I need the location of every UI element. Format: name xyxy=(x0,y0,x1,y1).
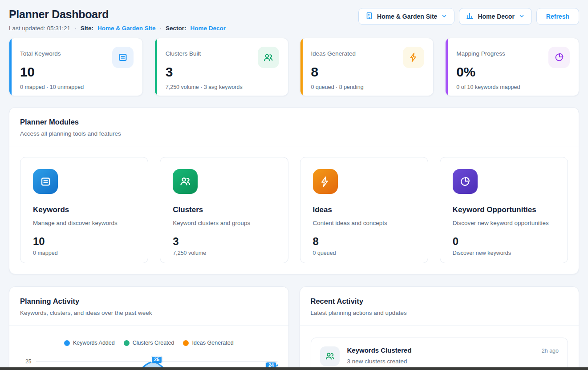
legend-item-ideas-generated[interactable]: Ideas Generated xyxy=(183,340,233,346)
stat-detail: 0 mapped · 10 unmapped xyxy=(20,84,134,90)
stat-card-clusters-built: Clusters Built 3 7,250 volume · 3 avg ke… xyxy=(154,38,288,96)
separator-dot: · xyxy=(74,25,77,32)
y-axis-tick: 25 xyxy=(20,354,35,364)
module-description: Keyword clusters and groups xyxy=(173,220,276,226)
section-subtitle: Latest planning actions and updates xyxy=(311,310,568,316)
module-caption: 7,250 volume xyxy=(173,250,276,256)
accent-bar xyxy=(446,38,448,96)
document-icon xyxy=(112,47,134,68)
stat-card-total-keywords: Total Keywords 10 0 mapped · 10 unmapped xyxy=(9,38,143,96)
page-header: Planner Dashboard Last updated: 05:31:21… xyxy=(9,8,579,32)
legend-label: Keywords Added xyxy=(73,340,115,346)
activity-description: 3 new clusters created xyxy=(347,358,559,365)
stat-label: Mapping Progress xyxy=(456,47,505,57)
legend-dot-icon xyxy=(124,340,130,346)
stat-label: Clusters Built xyxy=(166,47,201,57)
document-icon xyxy=(33,169,58,194)
legend-item-clusters-created[interactable]: Clusters Created xyxy=(124,340,174,346)
bottom-edge-bar xyxy=(0,367,588,370)
building-icon xyxy=(365,12,373,21)
module-value: 0 xyxy=(453,235,556,248)
section-subtitle: Access all planning tools and features xyxy=(20,130,568,137)
separator-dot: · xyxy=(159,25,162,32)
header-left: Planner Dashboard Last updated: 05:31:21… xyxy=(9,8,226,32)
module-value: 10 xyxy=(33,235,136,248)
module-description: Content ideas and concepts xyxy=(313,220,416,226)
sector-selector-value: Home Decor xyxy=(478,13,514,20)
stat-label: Ideas Generated xyxy=(311,47,356,57)
page-subtitle: Last updated: 05:31:21 · Site: Home & Ga… xyxy=(9,25,226,32)
bolt-icon xyxy=(403,47,424,68)
bottom-row: Planning Activity Keywords, clusters, an… xyxy=(9,286,579,370)
site-label: Site: xyxy=(81,25,93,32)
legend-label: Clusters Created xyxy=(133,340,174,346)
refresh-button[interactable]: Refresh xyxy=(536,8,579,25)
planning-activity-header: Planning Activity Keywords, clusters, an… xyxy=(9,287,288,326)
data-point-label: 25 xyxy=(151,356,162,363)
users-icon xyxy=(320,346,340,366)
stat-card-mapping-progress: Mapping Progress 0% 0 of 10 keywords map… xyxy=(445,38,579,96)
activity-content: Keywords Clustered 2h ago 3 new clusters… xyxy=(347,346,559,365)
planner-modules-panel: Planner Modules Access all planning tool… xyxy=(9,107,579,274)
bar-chart-icon xyxy=(466,12,474,21)
stat-detail: 7,250 volume · 3 avg keywords xyxy=(166,84,279,90)
module-value: 8 xyxy=(313,235,416,248)
stats-row: Total Keywords 10 0 mapped · 10 unmapped… xyxy=(9,38,579,96)
bolt-icon xyxy=(313,169,338,194)
activity-list-item: Keywords Clustered 2h ago 3 new clusters… xyxy=(311,338,568,370)
module-title: Keyword Opportunities xyxy=(453,205,556,214)
page-title: Planner Dashboard xyxy=(9,8,226,21)
sector-link[interactable]: Home Decor xyxy=(190,25,226,32)
header-controls: Home & Garden Site Home Decor Refresh xyxy=(358,8,579,25)
legend-dot-icon xyxy=(183,340,189,346)
users-icon xyxy=(173,169,198,194)
section-subtitle: Keywords, clusters, and ideas over the p… xyxy=(20,310,278,316)
planner-dashboard-page: Planner Dashboard Last updated: 05:31:21… xyxy=(0,0,588,370)
site-selector-dropdown[interactable]: Home & Garden Site xyxy=(358,8,454,25)
users-icon xyxy=(258,47,279,68)
accent-bar xyxy=(300,38,303,96)
module-description: Discover new keyword opportunities xyxy=(453,220,556,226)
planning-activity-card: Planning Activity Keywords, clusters, an… xyxy=(9,286,289,370)
site-selector-value: Home & Garden Site xyxy=(377,13,437,20)
module-card-keyword-opportunities[interactable]: Keyword Opportunities Discover new keywo… xyxy=(440,157,568,263)
stat-detail: 0 of 10 keywords mapped xyxy=(456,84,570,90)
stat-card-ideas-generated: Ideas Generated 8 0 queued · 8 pending xyxy=(300,38,434,96)
section-title: Planner Modules xyxy=(20,118,568,126)
recent-activity-header: Recent Activity Latest planning actions … xyxy=(300,287,579,326)
stat-detail: 0 queued · 8 pending xyxy=(311,84,425,90)
legend-dot-icon xyxy=(64,340,70,346)
planner-modules-header: Planner Modules Access all planning tool… xyxy=(9,108,579,146)
module-card-ideas[interactable]: Ideas Content ideas and concepts 8 0 que… xyxy=(300,157,428,263)
activity-title: Keywords Clustered xyxy=(347,346,412,354)
site-link[interactable]: Home & Garden Site xyxy=(97,25,156,32)
module-caption: 0 queued xyxy=(313,250,416,256)
chevron-down-icon xyxy=(441,13,447,20)
activity-chart: Keywords Added Clusters Created Ideas Ge… xyxy=(9,326,288,370)
module-title: Keywords xyxy=(33,205,136,214)
pie-chart-icon xyxy=(453,169,478,194)
sector-label: Sector: xyxy=(166,25,187,32)
legend-label: Ideas Generated xyxy=(192,340,233,346)
stat-label: Total Keywords xyxy=(20,47,61,57)
chart-legend: Keywords Added Clusters Created Ideas Ge… xyxy=(20,340,278,346)
sector-selector-dropdown[interactable]: Home Decor xyxy=(459,8,531,25)
activity-timestamp: 2h ago xyxy=(542,348,559,354)
module-card-keywords[interactable]: Keywords Manage and discover keywords 10… xyxy=(20,157,148,263)
recent-activity-card: Recent Activity Latest planning actions … xyxy=(300,286,580,370)
module-caption: Discover new keywords xyxy=(453,250,556,256)
module-value: 3 xyxy=(173,235,276,248)
module-title: Clusters xyxy=(173,205,276,214)
last-updated-text: Last updated: 05:31:21 xyxy=(9,25,70,32)
accent-bar xyxy=(9,38,12,96)
module-description: Manage and discover keywords xyxy=(33,220,136,226)
pie-chart-icon xyxy=(548,47,570,68)
module-caption: 0 mapped xyxy=(33,250,136,256)
module-title: Ideas xyxy=(313,205,416,214)
accent-bar xyxy=(155,38,157,96)
section-title: Planning Activity xyxy=(20,297,278,306)
legend-item-keywords-added[interactable]: Keywords Added xyxy=(64,340,115,346)
section-title: Recent Activity xyxy=(311,297,568,306)
module-card-clusters[interactable]: Clusters Keyword clusters and groups 3 7… xyxy=(160,157,288,263)
chevron-down-icon xyxy=(519,13,525,20)
